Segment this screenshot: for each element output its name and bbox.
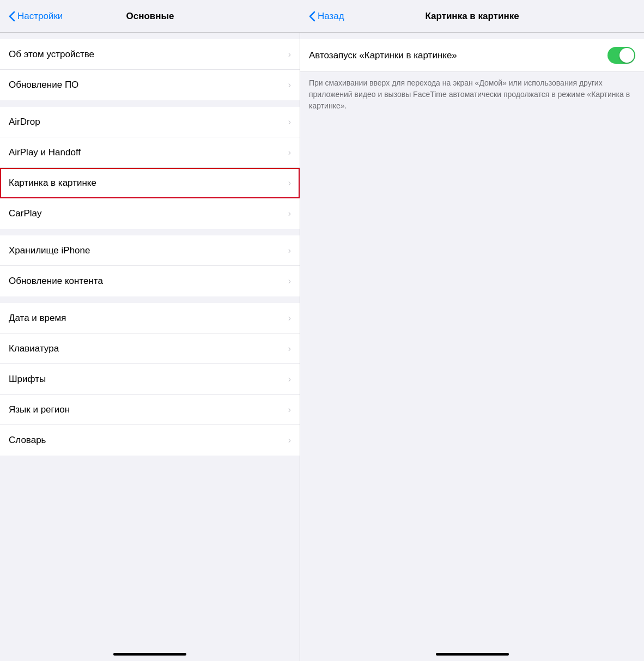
chevron-icon: › xyxy=(288,405,291,415)
chevron-icon: › xyxy=(288,178,291,188)
pip-description: При смахивании вверх для перехода на экр… xyxy=(300,72,644,120)
back-to-settings-button[interactable]: Настройки xyxy=(9,11,63,22)
list-item-dictionary[interactable]: Словарь › xyxy=(0,425,300,456)
chevron-icon: › xyxy=(288,209,291,219)
chevron-icon: › xyxy=(288,435,291,445)
list-item-about[interactable]: Об этом устройстве › xyxy=(0,39,300,70)
pip-toggle-section: Автозапуск «Картинки в картинке» xyxy=(300,39,644,72)
list-item-language[interactable]: Язык и регион › xyxy=(0,395,300,425)
chevron-icon: › xyxy=(288,246,291,256)
right-panel: Назад Картинка в картинке Автозапуск «Ка… xyxy=(300,0,644,661)
toggle-knob xyxy=(619,48,634,63)
right-back-button[interactable]: Назад xyxy=(309,11,344,22)
left-scroll-area: Об этом устройстве › Обновление ПО › Air… xyxy=(0,33,300,645)
list-item-airdrop[interactable]: AirDrop › xyxy=(0,107,300,137)
chevron-icon: › xyxy=(288,374,291,384)
list-item-carplay[interactable]: CarPlay › xyxy=(0,198,300,229)
list-item-datetime[interactable]: Дата и время › xyxy=(0,303,300,333)
right-back-chevron-icon xyxy=(309,11,315,22)
autostart-toggle-row: Автозапуск «Картинки в картинке» xyxy=(300,39,644,72)
pip-settings-content: Автозапуск «Картинки в картинке» При сма… xyxy=(300,33,644,127)
right-nav-title: Картинка в картинке xyxy=(425,11,519,22)
left-nav-title: Основные xyxy=(126,11,174,22)
autostart-label: Автозапуск «Картинки в картинке» xyxy=(309,50,457,61)
list-item-storage[interactable]: Хранилище iPhone › xyxy=(0,235,300,266)
chevron-icon: › xyxy=(288,50,291,59)
right-home-indicator xyxy=(436,653,509,656)
chevron-icon: › xyxy=(288,344,291,354)
settings-group-4: Дата и время › Клавиатура › Шрифты › Язы… xyxy=(0,303,300,456)
settings-group-2: AirDrop › AirPlay и Handoff › Картинка в… xyxy=(0,107,300,229)
right-content-area: Автозапуск «Картинки в картинке» При сма… xyxy=(300,33,644,645)
settings-group-3: Хранилище iPhone › Обновление контента › xyxy=(0,235,300,296)
list-item-bgrefresh[interactable]: Обновление контента › xyxy=(0,266,300,296)
chevron-icon: › xyxy=(288,276,291,286)
left-panel: Настройки Основные Об этом устройстве › … xyxy=(0,0,300,661)
right-back-label: Назад xyxy=(318,11,344,22)
list-item-pip[interactable]: Картинка в картинке › xyxy=(0,168,300,198)
right-nav-bar: Назад Картинка в картинке xyxy=(300,0,644,33)
list-item-airplay[interactable]: AirPlay и Handoff › xyxy=(0,137,300,168)
chevron-icon: › xyxy=(288,117,291,127)
back-chevron-icon xyxy=(9,11,15,22)
list-item-keyboard[interactable]: Клавиатура › xyxy=(0,333,300,364)
settings-group-1: Об этом устройстве › Обновление ПО › xyxy=(0,39,300,100)
home-indicator xyxy=(113,653,186,656)
back-label: Настройки xyxy=(17,11,63,22)
chevron-icon: › xyxy=(288,148,291,157)
chevron-icon: › xyxy=(288,80,291,90)
list-item-update[interactable]: Обновление ПО › xyxy=(0,70,300,100)
list-item-fonts[interactable]: Шрифты › xyxy=(0,364,300,395)
chevron-icon: › xyxy=(288,313,291,323)
autostart-toggle[interactable] xyxy=(607,47,635,64)
left-nav-bar: Настройки Основные xyxy=(0,0,300,33)
